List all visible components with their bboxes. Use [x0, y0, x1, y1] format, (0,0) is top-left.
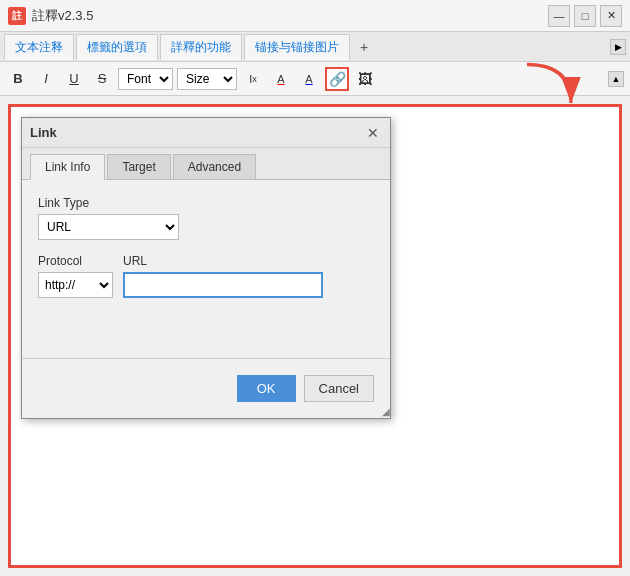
minimize-button[interactable]: —: [548, 5, 570, 27]
add-tab-button[interactable]: +: [352, 35, 376, 59]
link-dialog: Link ✕ Link Info Target Advanced Link Ty…: [21, 117, 391, 419]
tab-advanced[interactable]: Advanced: [173, 154, 256, 179]
underline-button[interactable]: U: [62, 67, 86, 91]
dialog-body: Link Type URL Link to anchor in text E-m…: [22, 180, 390, 298]
protocol-label: Protocol: [38, 254, 113, 268]
app-title: 註釋v2.3.5: [32, 7, 93, 25]
close-button[interactable]: ✕: [600, 5, 622, 27]
url-input[interactable]: [123, 272, 323, 298]
title-bar: 註 註釋v2.3.5 — □ ✕: [0, 0, 630, 32]
protocol-group: Protocol http:// https:// ftp:// news://…: [38, 254, 113, 298]
link-type-select[interactable]: URL Link to anchor in text E-mail: [38, 214, 179, 240]
tab-label-options[interactable]: 標籤的選項: [76, 34, 158, 60]
maximize-button[interactable]: □: [574, 5, 596, 27]
cancel-button[interactable]: Cancel: [304, 375, 374, 402]
size-select[interactable]: Size: [177, 68, 237, 90]
toolbar: B I U S Font Size Ix A A 🔗 🖼 ▲: [0, 62, 630, 96]
tab-target[interactable]: Target: [107, 154, 170, 179]
protocol-url-row: Protocol http:// https:// ftp:// news://…: [38, 254, 374, 298]
strikethrough-button[interactable]: S: [90, 67, 114, 91]
app-icon: 註: [8, 7, 26, 25]
highlight-button[interactable]: A: [297, 67, 321, 91]
dialog-close-button[interactable]: ✕: [364, 124, 382, 142]
image-button[interactable]: 🖼: [353, 67, 377, 91]
toolbar-scroll[interactable]: ▲: [608, 71, 624, 87]
font-color-button[interactable]: A: [269, 67, 293, 91]
subscript-button[interactable]: Ix: [241, 67, 265, 91]
title-bar-left: 註 註釋v2.3.5: [8, 7, 93, 25]
italic-button[interactable]: I: [34, 67, 58, 91]
link-type-label: Link Type: [38, 196, 374, 210]
link-button[interactable]: 🔗: [325, 67, 349, 91]
dialog-footer: OK Cancel: [22, 358, 390, 418]
bold-button[interactable]: B: [6, 67, 30, 91]
dialog-tabs: Link Info Target Advanced: [22, 148, 390, 180]
url-group: URL: [123, 254, 323, 298]
dialog-header: Link ✕: [22, 118, 390, 148]
ok-button[interactable]: OK: [237, 375, 296, 402]
main-content: Link ✕ Link Info Target Advanced Link Ty…: [8, 104, 622, 568]
url-label: URL: [123, 254, 323, 268]
window-controls: — □ ✕: [548, 5, 622, 27]
font-select[interactable]: Font: [118, 68, 173, 90]
resize-handle[interactable]: ◢: [378, 406, 390, 418]
tab-scroll-right[interactable]: ▶: [610, 39, 626, 55]
tab-annotation-function[interactable]: 詳釋的功能: [160, 34, 242, 60]
app-tabs: 文本注释 標籤的選項 詳釋的功能 锚接与锚接图片 + ▶: [0, 32, 630, 62]
tab-link-info[interactable]: Link Info: [30, 154, 105, 180]
protocol-select[interactable]: http:// https:// ftp:// news:// (other): [38, 272, 113, 298]
tab-anchor-image[interactable]: 锚接与锚接图片: [244, 34, 350, 60]
tab-text-annotation[interactable]: 文本注释: [4, 34, 74, 60]
dialog-title: Link: [30, 125, 57, 140]
